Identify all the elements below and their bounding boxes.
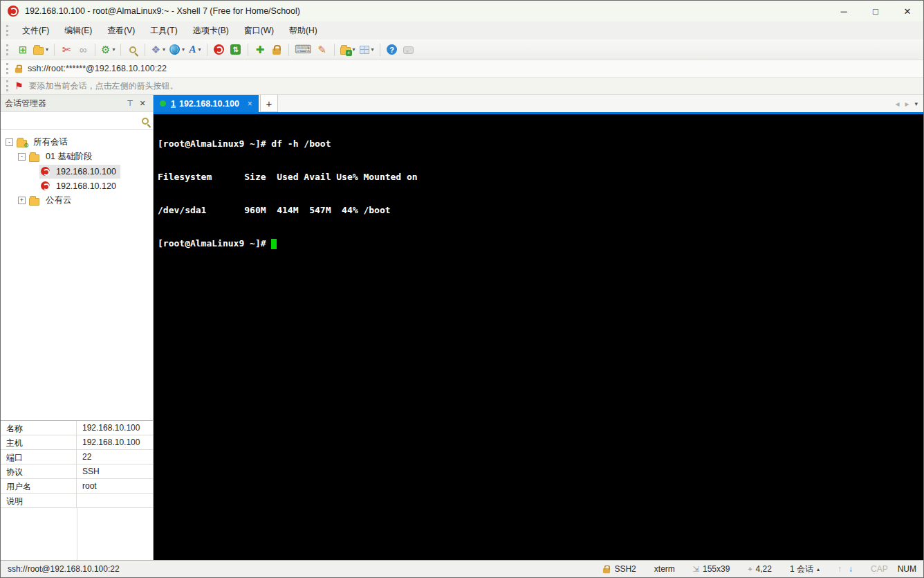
folder-icon — [29, 198, 39, 206]
new-session-button[interactable]: ⊞ — [15, 42, 31, 58]
tab-scroll-left-icon[interactable]: ◂ — [895, 99, 899, 109]
title-bar: 192.168.10.100 - root@AlmaLinux9:~ - Xsh… — [1, 1, 923, 21]
search-icon[interactable] — [142, 118, 149, 125]
compose-button[interactable]: ✎ — [314, 42, 331, 58]
status-session-count[interactable]: 1 会话▴ — [790, 563, 820, 575]
find-button[interactable] — [124, 42, 141, 58]
terminal-screen[interactable]: [root@AlmaLinux9 ~]# df -h /boot Filesys… — [154, 114, 923, 560]
tree-item-all-sessions[interactable]: - ⚙ 所有会话 — [1, 135, 153, 150]
tile-windows-button[interactable]: ▾ — [358, 42, 376, 58]
tree-label[interactable]: 192.168.10.120 — [53, 180, 119, 192]
toolbar-separator — [54, 44, 55, 56]
chat-button[interactable] — [400, 42, 417, 58]
scroll-up-icon[interactable]: ↑ — [838, 564, 842, 574]
status-terminal-type[interactable]: xterm — [654, 564, 675, 574]
menu-tools[interactable]: 工具(T) — [142, 22, 185, 39]
terminal-line: [root@AlmaLinux9 ~]# df -h /boot — [158, 138, 919, 150]
flag-icon[interactable]: ⚑ — [15, 80, 24, 91]
window-title: 192.168.10.100 - root@AlmaLinux9:~ - Xsh… — [25, 6, 828, 16]
menu-help[interactable]: 帮助(H) — [281, 22, 325, 39]
session-search-input[interactable] — [5, 115, 142, 127]
session-manager-title: 会话管理器 — [5, 98, 124, 109]
toolbar-separator — [334, 44, 335, 56]
virtual-keyboard-button[interactable]: ⌨ — [293, 42, 314, 58]
menubar-grip[interactable] — [6, 25, 10, 36]
tab-label: 192.168.10.100 — [179, 99, 239, 109]
reconnect-button[interactable]: ∞ — [75, 42, 91, 58]
xshell-logo-icon — [8, 6, 19, 17]
tree-label[interactable]: 01 基础阶段 — [43, 150, 95, 164]
disconnect-button[interactable]: ✄ — [58, 42, 75, 58]
xshell-button[interactable] — [211, 42, 228, 58]
pen-icon: ✎ — [317, 44, 326, 55]
lock-screen-button[interactable] — [268, 42, 285, 58]
xshell-window: 192.168.10.100 - root@AlmaLinux9:~ - Xsh… — [0, 0, 924, 578]
toolbar-separator — [207, 44, 207, 56]
property-label: 协议 — [1, 464, 77, 478]
tab-session-100[interactable]: 1 192.168.10.100 × — [154, 95, 259, 112]
help-icon: ? — [387, 44, 397, 55]
menu-edit[interactable]: 编辑(E) — [57, 22, 100, 39]
connected-dot-icon — [160, 100, 166, 107]
close-button[interactable]: ✕ — [891, 1, 923, 21]
disconnect-icon: ✄ — [62, 44, 71, 55]
pin-button[interactable]: ⊤ — [124, 97, 136, 109]
menu-file[interactable]: 文件(F) — [15, 22, 57, 39]
session-tree: - ⚙ 所有会话 - 01 基础阶段 192.168.10.100 — [1, 130, 153, 420]
menu-tabs[interactable]: 选项卡(B) — [185, 22, 237, 39]
property-value: 22 — [77, 450, 153, 464]
tab-list-dropdown-icon[interactable]: ▾ — [914, 100, 918, 107]
terminal-pane: 1 192.168.10.100 × + ◂ ▸ ▾ [root@AlmaLin… — [154, 95, 923, 560]
new-tab-button[interactable]: + — [260, 95, 278, 112]
addressbar-grip[interactable] — [6, 63, 10, 74]
session-menu-icon[interactable]: ▴ — [817, 566, 820, 572]
selected-session[interactable]: 192.168.10.100 — [39, 165, 120, 179]
num-lock-indicator: NUM — [898, 564, 916, 574]
session-properties-button[interactable]: ⚙▾ — [99, 42, 117, 58]
web-browser-button[interactable]: ▾ — [167, 42, 187, 58]
infobar-grip[interactable] — [6, 80, 10, 91]
property-value: 192.168.10.100 — [77, 421, 153, 435]
expand-icon[interactable]: + — [18, 197, 26, 204]
protocol-label: SSH2 — [614, 564, 636, 574]
tab-close-icon[interactable]: × — [248, 99, 252, 109]
terminal-line: /dev/sda1 960M 414M 547M 44% /boot — [158, 205, 919, 216]
tree-item-session-120[interactable]: 192.168.10.120 — [1, 179, 153, 193]
color-scheme-button[interactable]: ❖▾ — [149, 42, 167, 58]
tree-item-group-basic[interactable]: - 01 基础阶段 — [1, 150, 153, 164]
terminal-prompt-line: [root@AlmaLinux9 ~]# — [158, 238, 919, 249]
info-hint-text: 要添加当前会话，点击左侧的箭头按钮。 — [29, 80, 178, 92]
collapse-icon[interactable]: - — [6, 138, 13, 146]
scroll-down-icon[interactable]: ↓ — [849, 564, 853, 574]
font-button[interactable]: A▾ — [187, 42, 203, 58]
collapse-icon[interactable]: - — [18, 153, 26, 161]
property-value — [77, 494, 153, 507]
tab-scroll-right-icon[interactable]: ▸ — [905, 99, 909, 109]
tree-label[interactable]: 192.168.10.100 — [53, 165, 119, 178]
toolbar-grip[interactable] — [6, 44, 10, 55]
open-session-button[interactable]: ▾ — [31, 42, 50, 58]
tree-item-session-100[interactable]: 192.168.10.100 — [1, 164, 153, 179]
tree-label[interactable]: 公有云 — [43, 193, 75, 208]
xftp-button[interactable]: ⇅ — [228, 42, 244, 58]
minimize-button[interactable]: ─ — [828, 1, 860, 21]
position-icon: ⌖ — [748, 565, 752, 574]
address-url[interactable]: ssh://root:******@192.168.10.100:22 — [28, 64, 167, 73]
lock-icon — [272, 48, 281, 55]
help-button[interactable]: ? — [384, 42, 400, 58]
tree-label[interactable]: 所有会话 — [30, 135, 71, 150]
new-file-button[interactable]: +▾ — [338, 42, 358, 58]
maximize-button[interactable]: □ — [860, 1, 891, 21]
tree-item-public-cloud[interactable]: + 公有云 — [1, 193, 153, 208]
fullscreen-button[interactable]: ✚ — [252, 42, 268, 58]
panel-close-button[interactable]: ✕ — [136, 97, 149, 109]
session-manager-panel: 会话管理器 ⊤ ✕ - ⚙ 所有会话 - 01 基础阶段 — [1, 95, 154, 560]
menu-window[interactable]: 窗口(W) — [237, 22, 281, 39]
property-row: 名称192.168.10.100 — [1, 421, 153, 435]
menu-bar: 文件(F) 编辑(E) 查看(V) 工具(T) 选项卡(B) 窗口(W) 帮助(… — [1, 21, 923, 39]
address-bar: ssh://root:******@192.168.10.100:22 — [1, 60, 923, 78]
plus-badge-icon: + — [346, 50, 352, 56]
property-row: 说明 — [1, 494, 153, 508]
menu-view[interactable]: 查看(V) — [100, 22, 142, 39]
dropdown-arrow-icon: ▾ — [198, 46, 201, 53]
